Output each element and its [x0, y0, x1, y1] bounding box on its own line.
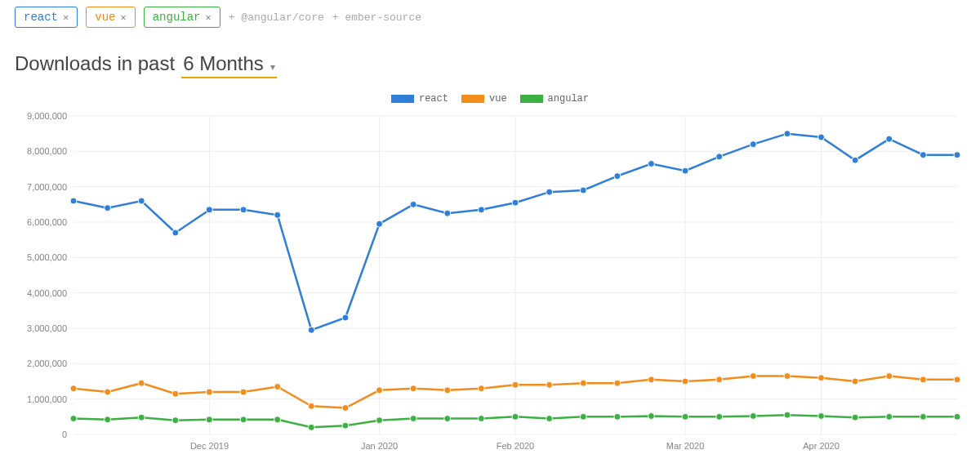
svg-point-35 [240, 207, 247, 213]
tag-react[interactable]: react ✕ [15, 7, 78, 28]
svg-point-36 [274, 212, 281, 218]
svg-point-51 [784, 131, 791, 137]
svg-text:8,000,000: 8,000,000 [27, 146, 67, 156]
legend-item-react[interactable]: react [391, 93, 448, 105]
svg-text:Jan 2020: Jan 2020 [361, 441, 398, 451]
svg-point-39 [376, 220, 383, 227]
svg-point-93 [376, 417, 383, 424]
suggestion-ember-source[interactable]: + ember-source [332, 11, 421, 24]
legend-item-vue[interactable]: vue [461, 93, 507, 105]
svg-text:Dec 2019: Dec 2019 [190, 441, 229, 451]
svg-point-101 [648, 412, 654, 419]
svg-text:Apr 2020: Apr 2020 [803, 441, 840, 451]
svg-text:1,000,000: 1,000,000 [27, 394, 67, 404]
svg-point-76 [716, 376, 723, 383]
downloads-chart: 01,000,0002,000,0003,000,0004,000,0005,0… [15, 109, 965, 459]
svg-point-92 [342, 422, 349, 429]
svg-point-100 [614, 413, 621, 420]
title-row: Downloads in past 6 Months ▾ [15, 52, 965, 78]
svg-point-56 [954, 152, 960, 158]
svg-text:Mar 2020: Mar 2020 [666, 441, 704, 451]
svg-point-105 [784, 412, 791, 418]
svg-point-110 [954, 413, 960, 420]
svg-text:0: 0 [62, 430, 67, 439]
svg-point-60 [172, 390, 179, 397]
svg-point-37 [308, 327, 314, 333]
svg-point-75 [682, 378, 688, 385]
svg-point-65 [342, 405, 349, 412]
svg-point-61 [206, 389, 212, 395]
svg-point-95 [444, 416, 451, 422]
close-icon[interactable]: ✕ [206, 11, 212, 24]
svg-text:7,000,000: 7,000,000 [27, 182, 67, 192]
suggestion-angular-core[interactable]: + @angular/core [229, 11, 324, 24]
svg-point-57 [70, 385, 77, 392]
svg-point-73 [614, 380, 621, 386]
svg-point-52 [818, 134, 825, 140]
svg-point-71 [546, 381, 553, 388]
svg-point-55 [920, 152, 926, 158]
tag-vue[interactable]: vue ✕ [86, 7, 135, 28]
svg-point-85 [105, 416, 111, 423]
svg-point-64 [308, 403, 314, 409]
svg-point-49 [716, 154, 723, 160]
chevron-down-icon: ▾ [270, 61, 275, 73]
svg-point-66 [376, 387, 383, 394]
svg-point-41 [444, 210, 451, 216]
legend-item-angular[interactable]: angular [520, 93, 589, 105]
svg-text:4,000,000: 4,000,000 [27, 288, 67, 298]
svg-point-88 [206, 416, 212, 423]
svg-point-79 [818, 375, 825, 381]
svg-point-106 [818, 412, 825, 419]
tag-label: vue [95, 11, 115, 24]
svg-point-62 [240, 389, 247, 395]
svg-point-31 [105, 205, 111, 212]
svg-point-45 [580, 187, 586, 194]
svg-point-109 [920, 413, 926, 420]
svg-point-86 [138, 414, 145, 421]
svg-point-97 [512, 413, 519, 420]
svg-point-42 [478, 207, 484, 213]
svg-point-77 [750, 373, 756, 380]
svg-point-107 [852, 414, 858, 421]
chart-container: react vue angular 01,000,0002,000,0003,0… [15, 93, 965, 459]
svg-text:9,000,000: 9,000,000 [27, 111, 67, 121]
svg-text:Feb 2020: Feb 2020 [497, 441, 534, 451]
close-icon[interactable]: ✕ [63, 11, 69, 24]
timerange-value: 6 Months [183, 52, 264, 75]
svg-point-59 [138, 380, 145, 386]
svg-point-104 [750, 412, 756, 419]
svg-point-108 [886, 413, 893, 420]
svg-point-67 [410, 385, 416, 392]
svg-point-34 [206, 207, 212, 213]
svg-point-32 [138, 198, 145, 204]
svg-point-54 [886, 136, 893, 142]
svg-point-47 [648, 161, 654, 167]
svg-point-72 [580, 380, 586, 386]
svg-point-82 [920, 376, 926, 383]
svg-point-53 [852, 157, 858, 163]
svg-point-84 [70, 416, 77, 422]
svg-text:5,000,000: 5,000,000 [27, 252, 67, 262]
tag-row: react ✕ vue ✕ angular ✕ + @angular/core … [15, 7, 965, 28]
svg-point-91 [308, 424, 314, 430]
close-icon[interactable]: ✕ [120, 11, 126, 24]
svg-text:2,000,000: 2,000,000 [27, 358, 67, 368]
svg-point-90 [274, 416, 281, 423]
svg-point-94 [410, 416, 416, 422]
svg-point-103 [716, 413, 723, 420]
tag-label: react [24, 11, 58, 24]
svg-point-63 [274, 384, 281, 390]
svg-point-80 [852, 378, 858, 385]
page-title: Downloads in past [15, 52, 175, 75]
svg-point-48 [682, 167, 688, 174]
svg-point-50 [750, 141, 756, 148]
svg-point-40 [410, 201, 416, 207]
svg-point-98 [546, 416, 553, 422]
tag-angular[interactable]: angular ✕ [144, 7, 220, 28]
svg-point-96 [478, 416, 484, 422]
svg-point-83 [954, 376, 960, 383]
svg-point-46 [614, 173, 621, 180]
timerange-dropdown[interactable]: 6 Months ▾ [181, 52, 277, 78]
svg-point-30 [70, 198, 77, 204]
